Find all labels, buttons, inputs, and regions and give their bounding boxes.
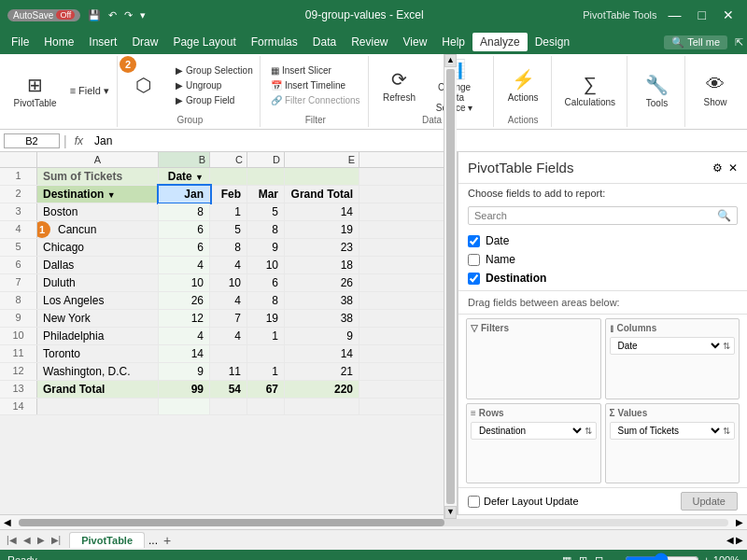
cell-10c[interactable]: 4 [210,328,247,344]
cell-13d[interactable]: 67 [247,381,285,398]
menu-analyze[interactable]: Analyze [472,33,528,51]
cell-5d[interactable]: 9 [247,239,285,256]
cell-3b[interactable]: 8 [159,203,210,220]
cell-3c[interactable]: 1 [210,203,247,220]
cell-5e[interactable]: 23 [285,239,359,256]
autosave-state[interactable]: Off [56,10,75,20]
zoom-in-btn[interactable]: + [703,554,709,560]
cell-12c[interactable]: 11 [210,363,247,380]
cell-8a[interactable]: Los Angeles [37,292,159,309]
zoom-out-btn[interactable]: — [611,554,621,560]
page-left-btn[interactable]: ◀ [726,535,734,545]
view-layout-btn[interactable]: ⊞ [579,554,587,561]
pivot-values-move-icon[interactable]: ⇅ [723,426,730,436]
cell-2e[interactable]: Grand Total [285,186,359,203]
cell-1a[interactable]: Sum of Tickets [37,168,159,185]
vertical-scrollbar[interactable]: ▲ ▼ [444,152,457,514]
pivot-defer-checkbox[interactable] [468,496,480,508]
cell-4d[interactable]: 8 [247,221,285,238]
cell-13c[interactable]: 54 [210,381,247,398]
cell-3e[interactable]: 14 [285,203,359,220]
cell-1c[interactable] [210,168,247,185]
refresh-btn[interactable]: ⟳ Refresh [378,60,419,112]
pivot-search-box[interactable]: 🔍 [468,206,738,225]
pivot-field-date-checkbox[interactable] [468,235,480,247]
pivot-rows-destination-select[interactable]: Destination [475,425,585,437]
cell-12d[interactable]: 1 [247,363,285,380]
cell-13a[interactable]: Grand Total [37,381,159,398]
view-normal-btn[interactable]: ▦ [562,554,571,561]
col-header-b[interactable]: B [159,152,210,167]
ungroup-btn[interactable]: ▶ Ungroup [172,78,257,92]
cell-14e[interactable] [285,399,359,414]
cell-2d[interactable]: Mar [247,186,285,203]
save-icon[interactable]: 💾 [88,9,101,21]
cell-14b[interactable] [159,399,210,414]
actions-btn[interactable]: ⚡ Actions [502,60,544,112]
cell-14a[interactable] [37,399,159,414]
page-right-btn[interactable]: ▶ [736,535,743,545]
menu-formulas[interactable]: Formulas [244,33,305,51]
date-filter-btn[interactable]: ▼ [195,173,204,182]
group-selection-btn[interactable]: ▶ Group Selection [172,63,257,77]
cell-5a[interactable]: Chicago [37,239,159,256]
cell-7a[interactable]: Duluth [37,274,159,291]
destination-filter-btn[interactable]: ▼ [107,190,116,200]
cell-2c[interactable]: Feb [210,186,247,203]
menu-pagelayout[interactable]: Page Layout [165,33,243,51]
insert-slicer-btn[interactable]: ▦ Insert Slicer [267,63,364,77]
pivot-columns-move-icon[interactable]: ⇅ [723,341,730,351]
formula-input[interactable] [91,134,743,147]
redo-btn[interactable]: ↷ [124,9,133,21]
cell-4c[interactable]: 5 [210,221,247,238]
tell-me-input[interactable]: 🔍 Tell me [664,35,727,49]
pivot-columns-date[interactable]: Date ⇅ [610,337,736,355]
menu-draw[interactable]: Draw [124,33,165,51]
cell-10e[interactable]: 9 [285,328,359,344]
sheet-more-btn[interactable]: ... [148,534,158,547]
hscroll-right-btn[interactable]: ▶ [732,517,747,527]
share-btn[interactable]: ⇱ [735,36,743,49]
cell-6c[interactable]: 4 [210,257,247,273]
calculations-btn[interactable]: ∑ Calculations [559,64,621,117]
cell-6e[interactable]: 18 [285,257,359,273]
add-sheet-btn[interactable]: + [160,533,175,548]
cell-5b[interactable]: 6 [159,239,210,256]
pivot-field-destination[interactable]: Destination [468,270,738,287]
pivot-field-destination-checkbox[interactable] [468,273,480,285]
cell-13e[interactable]: 220 [285,381,359,398]
pivot-rows-destination[interactable]: Destination ⇅ [471,422,597,440]
cell-12e[interactable]: 21 [285,363,359,380]
tools-btn[interactable]: 🔧 Tools [637,64,678,117]
pivottable-btn[interactable]: ⊞ PivotTable [7,64,62,117]
menu-file[interactable]: File [4,33,36,51]
cell-1b[interactable]: Date ▼ [159,168,210,185]
cell-4b[interactable]: 6 [159,221,210,238]
cell-7b[interactable]: 10 [159,274,210,291]
pivot-field-name[interactable]: Name [468,251,738,268]
sheet-nav-next[interactable]: ▶ [35,534,48,546]
scroll-down-btn[interactable]: ▼ [444,506,457,514]
show-btn[interactable]: 👁 Show [695,64,736,117]
cell-8b[interactable]: 26 [159,292,210,309]
cell-7e[interactable]: 26 [285,274,359,291]
maximize-btn[interactable]: □ [693,6,712,24]
cell-1d[interactable] [247,168,285,185]
field-btn[interactable]: ≡ Field ▾ [66,83,113,99]
minimize-btn[interactable]: — [663,6,687,24]
cell-8e[interactable]: 38 [285,292,359,309]
pivot-search-input[interactable] [474,210,717,221]
col-header-a[interactable]: A [37,152,159,167]
pivot-values-sum[interactable]: Sum of Tickets ⇅ [610,422,736,440]
cell-14d[interactable] [247,399,285,414]
cell-2b[interactable]: Jan [159,186,210,203]
hscroll-left-btn[interactable]: ◀ [0,517,15,527]
cell-13b[interactable]: 99 [159,381,210,398]
pivot-settings-icon[interactable]: ⚙ [712,161,723,175]
cell-9a[interactable]: New York [37,310,159,327]
col-header-c[interactable]: C [210,152,247,167]
close-btn[interactable]: ✕ [717,6,740,24]
hscroll-track[interactable] [19,519,728,526]
cell-12b[interactable]: 9 [159,363,210,380]
cell-3a[interactable]: Boston [37,203,159,220]
